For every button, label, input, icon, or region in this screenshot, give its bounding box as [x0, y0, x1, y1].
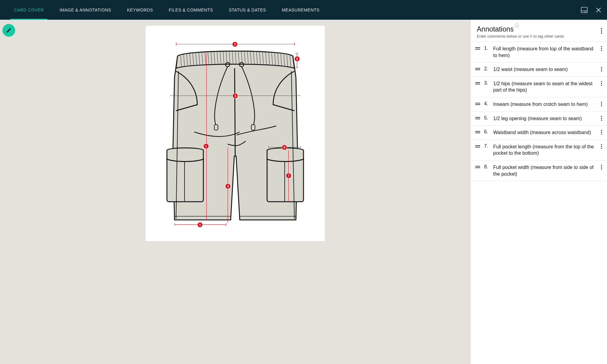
svg-line-47 [235, 68, 235, 156]
annotation-marker-1[interactable]: 1 [203, 143, 209, 149]
sidebar-header: Annotations i Enter comments below or us… [471, 20, 607, 42]
svg-point-68 [601, 102, 602, 103]
annotation-text: Full pocket width (measure from side to … [493, 164, 603, 177]
tab-files-comments[interactable]: FILES & COMMENTS [161, 0, 221, 20]
annotation-marker-2[interactable]: 2 [232, 42, 238, 47]
annotation-menu-button[interactable] [601, 116, 602, 121]
sidebar-subtitle: Enter comments below or use # to tag oth… [477, 34, 601, 39]
svg-point-72 [601, 118, 602, 119]
drag-handle-icon[interactable] [475, 145, 480, 147]
tab-card-cover[interactable]: CARD COVER [6, 0, 52, 20]
layout-icon[interactable] [581, 7, 588, 13]
drag-handle-icon[interactable] [475, 166, 480, 168]
more-vertical-icon [601, 165, 602, 170]
annotation-marker-6[interactable]: 6 [294, 56, 300, 62]
svg-point-65 [601, 81, 602, 82]
annotation-menu-button[interactable] [601, 165, 602, 170]
annotation-menu-button[interactable] [601, 46, 602, 51]
annotation-menu-button[interactable] [601, 81, 602, 86]
svg-point-82 [601, 168, 602, 170]
svg-point-73 [601, 120, 602, 121]
info-icon[interactable]: i [515, 23, 519, 28]
more-vertical-icon [601, 46, 602, 51]
close-icon[interactable] [596, 8, 601, 12]
annotations-sidebar: Annotations i Enter comments below or us… [470, 20, 607, 364]
drag-handle-icon[interactable] [475, 103, 480, 105]
svg-point-61 [601, 50, 602, 51]
svg-point-62 [601, 67, 602, 68]
annotation-number: 5. [484, 115, 490, 121]
annotation-marker-7[interactable]: 7 [286, 173, 291, 178]
svg-point-80 [601, 165, 602, 166]
measure-line-1 [206, 53, 207, 220]
annotation-number: 3. [484, 80, 490, 86]
more-vertical-icon [601, 67, 602, 72]
annotation-menu-button[interactable] [601, 102, 602, 106]
annotation-menu-button[interactable] [601, 144, 602, 149]
tab-measurements[interactable]: MEASUREMENTS [274, 0, 327, 20]
svg-point-70 [601, 105, 602, 106]
drag-handle-icon[interactable] [475, 47, 480, 49]
annotation-number: 2. [484, 66, 490, 72]
annotation-number: 1. [484, 46, 490, 51]
edit-button[interactable] [2, 24, 15, 37]
annotation-row[interactable]: 2. 1/2 waist (measure seam to seam) [471, 62, 607, 77]
annotation-marker-8[interactable]: 8 [282, 145, 287, 150]
header-bar: CARD COVER IMAGE & ANNOTATIONS KEYWORDS … [0, 0, 607, 20]
more-vertical-icon [601, 144, 602, 149]
annotation-number: 6. [484, 129, 490, 135]
more-vertical-icon [601, 116, 602, 121]
drag-handle-icon[interactable] [475, 117, 480, 119]
svg-point-71 [601, 116, 602, 117]
drag-handle-icon[interactable] [475, 68, 480, 70]
annotation-row[interactable]: 3. 1/2 hips (measure seam to seam at the… [471, 77, 607, 97]
annotation-row[interactable]: 6. Waistband width (measure across waist… [471, 126, 607, 140]
svg-point-57 [601, 30, 602, 32]
annotation-row[interactable]: 5. 1/2 leg opening (measure seam to seam… [471, 112, 607, 126]
tab-keywords[interactable]: KEYWORDS [119, 0, 161, 20]
annotation-menu-button[interactable] [601, 67, 602, 72]
svg-rect-45 [214, 125, 218, 130]
svg-point-64 [601, 70, 602, 72]
tab-label: FILES & COMMENTS [169, 8, 213, 12]
tab-label: KEYWORDS [127, 8, 153, 12]
tab-label: STATUS & DATES [229, 8, 266, 12]
svg-rect-48 [167, 156, 203, 202]
annotations-list: 1. Full length (measure from top of the … [471, 42, 607, 364]
annotation-row[interactable]: 8. Full pocket width (measure from side … [471, 160, 607, 181]
svg-point-63 [601, 69, 602, 70]
design-canvas[interactable]: 1 2 3 4 5 6 7 8 [146, 26, 325, 241]
annotation-text: Full pocket length (measure from the top… [493, 143, 603, 157]
tab-label: IMAGE & ANNOTATIONS [59, 8, 111, 12]
pencil-icon [6, 27, 12, 33]
more-vertical-icon [601, 81, 602, 86]
tab-image-annotations[interactable]: IMAGE & ANNOTATIONS [52, 0, 119, 20]
header-right [581, 0, 601, 20]
annotation-row[interactable]: 7. Full pocket length (measure from the … [471, 140, 607, 160]
annotation-marker-5[interactable]: 5 [197, 222, 203, 228]
svg-point-78 [601, 146, 602, 147]
svg-point-56 [601, 28, 602, 29]
sidebar-title: Annotations i [477, 25, 519, 33]
annotation-marker-4[interactable]: 4 [225, 184, 231, 189]
drag-handle-icon[interactable] [475, 131, 480, 133]
annotation-number: 7. [484, 143, 490, 149]
annotation-marker-3[interactable]: 3 [232, 93, 238, 99]
more-vertical-icon [601, 102, 602, 106]
annotation-text: 1/2 leg opening (measure seam to seam) [493, 115, 603, 122]
annotation-number: 8. [484, 164, 490, 170]
annotation-menu-button[interactable] [601, 130, 602, 135]
svg-point-69 [601, 103, 602, 105]
svg-point-75 [601, 132, 602, 133]
tab-strip: CARD COVER IMAGE & ANNOTATIONS KEYWORDS … [6, 0, 327, 20]
more-vertical-icon [601, 28, 602, 34]
svg-rect-50 [267, 156, 304, 202]
sidebar-menu-button[interactable] [601, 28, 602, 34]
tab-status-dates[interactable]: STATUS & DATES [221, 0, 274, 20]
svg-point-79 [601, 148, 602, 149]
annotation-row[interactable]: 4. Inseam (measure from crotch seam to h… [471, 97, 607, 112]
svg-rect-46 [251, 125, 255, 130]
annotation-row[interactable]: 1. Full length (measure from top of the … [471, 42, 607, 62]
drag-handle-icon[interactable] [475, 82, 480, 84]
svg-point-74 [601, 130, 602, 131]
